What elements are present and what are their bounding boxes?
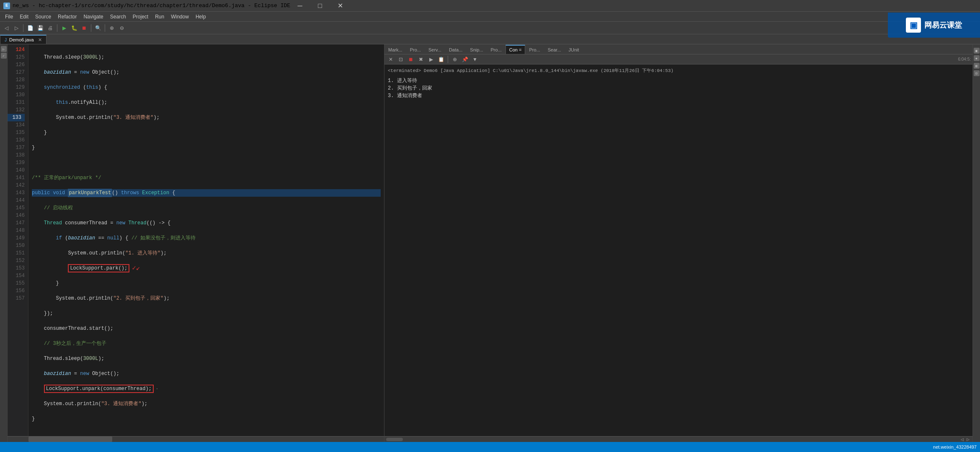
toolbar-separator-2 bbox=[57, 24, 57, 32]
tab-console[interactable]: Con = bbox=[505, 45, 526, 54]
menu-refactor[interactable]: Refactor bbox=[54, 12, 80, 21]
window-controls[interactable]: ─ □ ✕ bbox=[290, 0, 350, 12]
tab-search[interactable]: Sear... bbox=[544, 45, 565, 54]
stop-button[interactable]: ⏹ bbox=[80, 23, 89, 33]
right-sidebar-icon-1[interactable]: ▣ bbox=[974, 48, 980, 54]
tab-close-icon[interactable]: ✕ bbox=[38, 37, 42, 43]
toolbar-separator-3 bbox=[91, 24, 91, 32]
tab-snippets[interactable]: Snip... bbox=[466, 45, 487, 54]
right-sidebar-icon-2[interactable]: ◈ bbox=[974, 55, 980, 61]
con-label: Con = bbox=[509, 47, 522, 52]
maximize-button[interactable]: □ bbox=[310, 0, 330, 12]
menu-project[interactable]: Project bbox=[129, 12, 152, 21]
sidebar-tasks[interactable]: ✓ bbox=[1, 53, 7, 59]
line-137: System.out.println("1. 进入等待"); bbox=[32, 249, 381, 257]
line-129: } bbox=[32, 129, 381, 136]
console-copy[interactable]: 📋 bbox=[436, 55, 446, 64]
line-148: } bbox=[32, 415, 381, 423]
status-user: net.weixin_43228497 bbox=[933, 444, 977, 449]
line-135: Thread consumerThread = new Thread(() ->… bbox=[32, 219, 381, 227]
watermark: ▣ 网易云课堂 bbox=[888, 13, 980, 38]
console-output-2: 2. 买到包子，回家 bbox=[388, 85, 432, 91]
print-button[interactable]: 🖨 bbox=[46, 23, 55, 33]
watermark-icon: ▣ bbox=[906, 18, 921, 33]
search-toolbar-button[interactable]: 🔍 bbox=[93, 23, 103, 33]
menu-help[interactable]: Help bbox=[192, 12, 209, 21]
code-content[interactable]: Thread.sleep(3000L); baozidian = new Obj… bbox=[28, 44, 384, 436]
title-bar: E ne_ws - hc-chapter-1/src/com/study/hc/… bbox=[0, 0, 980, 12]
console-pin[interactable]: 📌 bbox=[460, 55, 469, 64]
scroll-left[interactable]: ◁ bbox=[959, 437, 965, 442]
toolbar-separator-1 bbox=[23, 24, 23, 32]
right-sidebar: ▣ ◈ ▥ ⊡ bbox=[972, 44, 980, 442]
console-line-3: 3. 通知消费者 bbox=[388, 92, 969, 100]
console-run[interactable]: ▶ bbox=[426, 55, 436, 64]
status-bar: net.weixin_43228497 bbox=[0, 442, 980, 452]
line-142: consumerThread.start(); bbox=[32, 325, 381, 332]
tab-properties2[interactable]: Pro... bbox=[525, 45, 544, 54]
tab-progress[interactable]: Pro... bbox=[487, 45, 505, 54]
right-panel-tabs: Mark... Pro... Serv... Data... Snip... P… bbox=[384, 44, 972, 54]
minimize-button[interactable]: ─ bbox=[290, 0, 309, 12]
back-button[interactable]: ◁ bbox=[2, 23, 11, 33]
line-131 bbox=[32, 159, 381, 167]
line-124: Thread.sleep(3000L); bbox=[32, 54, 381, 61]
menu-window[interactable]: Window bbox=[168, 12, 192, 21]
tab-servers[interactable]: Serv... bbox=[425, 45, 445, 54]
horizontal-scrollbar[interactable] bbox=[8, 436, 384, 442]
editor-area[interactable]: 124 125 126 127 128 129 130 131 132 133 … bbox=[8, 44, 384, 442]
line-128: System.out.println("3. 通知消费者"); bbox=[32, 114, 381, 121]
console-terminate[interactable]: ⏹ bbox=[406, 55, 415, 64]
tab-data[interactable]: Data... bbox=[445, 45, 466, 54]
line-125: baozidian = new Object(); bbox=[32, 69, 381, 76]
tab-bar: J Demo6.java ✕ bbox=[0, 34, 980, 44]
console-view-menu[interactable]: ▼ bbox=[470, 55, 480, 64]
window-title: ne_ws - hc-chapter-1/src/com/study/hc/th… bbox=[13, 3, 290, 9]
right-sidebar-icon-3[interactable]: ▥ bbox=[974, 63, 980, 69]
menu-run[interactable]: Run bbox=[152, 12, 168, 21]
menu-search[interactable]: Search bbox=[107, 12, 129, 21]
right-sidebar-icon-4[interactable]: ⊡ bbox=[974, 70, 980, 76]
debug-button[interactable]: 🐛 bbox=[70, 23, 79, 33]
zoom-in-button[interactable]: ⊕ bbox=[107, 23, 116, 33]
menu-source[interactable]: Source bbox=[32, 12, 54, 21]
line-138: LockSupport.park();✓↙ bbox=[32, 265, 381, 272]
menu-edit[interactable]: Edit bbox=[16, 12, 32, 21]
console-open-console[interactable]: ⊕ bbox=[450, 55, 459, 64]
sidebar-bookmark[interactable]: ▷ bbox=[1, 46, 7, 52]
line-144: Thread.sleep(3000L); bbox=[32, 355, 381, 362]
console-remove[interactable]: ✖ bbox=[416, 55, 426, 64]
tab-markers[interactable]: Mark... bbox=[384, 45, 406, 54]
console-scrollbar[interactable]: ◁ ▷ bbox=[384, 436, 972, 442]
console-output-3: 3. 通知消费者 bbox=[388, 93, 422, 99]
toolbar-separator-4 bbox=[105, 24, 105, 32]
line-140: System.out.println("2. 买到包子，回家"); bbox=[32, 295, 381, 302]
new-button[interactable]: 📄 bbox=[26, 23, 35, 33]
run-button[interactable]: ▶ bbox=[59, 23, 69, 33]
tab-properties1[interactable]: Pro... bbox=[406, 45, 425, 54]
line-numbers: 124 125 126 127 128 129 130 131 132 133 … bbox=[8, 44, 28, 436]
save-button[interactable]: 💾 bbox=[36, 23, 45, 33]
editor-tab-demo6[interactable]: J Demo6.java ✕ bbox=[0, 35, 46, 44]
console-scrollbar-thumb bbox=[386, 438, 403, 441]
line-126: synchronized (this) { bbox=[32, 84, 381, 91]
tab-junit[interactable]: JUnit bbox=[565, 45, 583, 54]
code-container: 124 125 126 127 128 129 130 131 132 133 … bbox=[8, 44, 384, 436]
menu-file[interactable]: File bbox=[2, 12, 16, 21]
menu-navigate[interactable]: Navigate bbox=[80, 12, 106, 21]
close-button[interactable]: ✕ bbox=[330, 0, 350, 12]
line-147: System.out.println("3. 通知消费者"); bbox=[32, 400, 381, 408]
line-139: } bbox=[32, 280, 381, 287]
tab-label: Demo6.java bbox=[9, 37, 34, 42]
java-file-icon: J bbox=[5, 38, 7, 42]
console-timestamp: 6:04:5: bbox=[958, 57, 971, 62]
console-terminated-text: <terminated> Demo6 [Java Application] C:… bbox=[388, 67, 969, 74]
zoom-out-button[interactable]: ⊖ bbox=[117, 23, 126, 33]
line-136: if (baozidian == null) { // 如果没包子，则进入等待 bbox=[32, 234, 381, 242]
main-layout: ▷ ✓ 124 125 126 127 128 129 130 131 132 … bbox=[0, 44, 980, 442]
scroll-right[interactable]: ▷ bbox=[965, 437, 971, 442]
console-clear-button[interactable]: ✕ bbox=[386, 55, 395, 64]
forward-button[interactable]: ▷ bbox=[12, 23, 21, 33]
console-scroll-lock[interactable]: ⊡ bbox=[396, 55, 405, 64]
right-panel: Mark... Pro... Serv... Data... Snip... P… bbox=[384, 44, 972, 442]
